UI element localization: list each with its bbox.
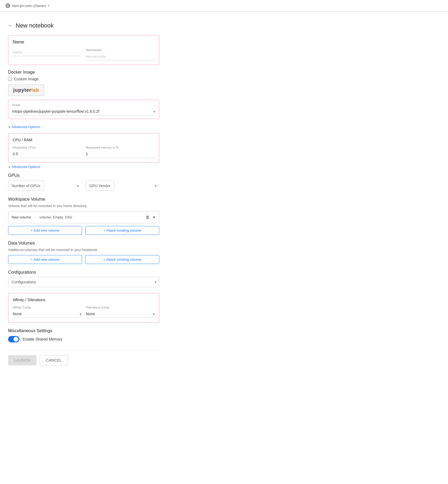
cpu-ram-title: CPU / RAM bbox=[13, 138, 155, 142]
configurations-select[interactable]: Configurations bbox=[8, 277, 159, 287]
user-role: (Owner) bbox=[33, 4, 46, 8]
volume-type: New volume bbox=[12, 215, 36, 219]
advanced-options-link-1[interactable]: ∨ Advanced Options bbox=[8, 125, 159, 129]
delete-volume-button[interactable]: 🗑 bbox=[145, 214, 150, 220]
workspace-volume-buttons-row: + Add new volume + Attach existing volum… bbox=[8, 226, 159, 235]
workspace-volume-heading: Workspace Volume bbox=[8, 197, 159, 202]
shared-memory-row: Enable Shared Memory bbox=[8, 336, 159, 342]
custom-image-row: Custom Image bbox=[8, 77, 159, 81]
memory-label: Requested memory in Gi bbox=[86, 146, 155, 149]
configurations-heading: Configurations bbox=[8, 270, 159, 275]
cpu-ram-section: CPU / RAM Requested CPUs Requested memor… bbox=[8, 133, 159, 163]
cpu-ram-fields-row: Requested CPUs Requested memory in Gi bbox=[13, 146, 155, 158]
data-volumes-heading: Data Volumes bbox=[8, 241, 159, 246]
shared-memory-label: Enable Shared Memory bbox=[23, 337, 62, 341]
namespace-input[interactable] bbox=[86, 53, 155, 60]
gpu-vendor-wrapper: GPU Vendor bbox=[86, 181, 159, 191]
image-select-box: Image mlops-pipelines/jupyter-pyspark-te… bbox=[8, 100, 159, 119]
gpus-heading: GPUs bbox=[8, 173, 159, 178]
name-field-group bbox=[13, 48, 82, 60]
tolerations-select-wrapper: None bbox=[86, 310, 155, 318]
affinity-fields-row: Affinity Config None Tolerations Group N… bbox=[13, 306, 155, 318]
memory-field-group: Requested memory in Gi bbox=[86, 146, 155, 158]
user-icon: K bbox=[5, 3, 10, 8]
launch-button[interactable]: LAUNCH bbox=[8, 355, 36, 365]
cancel-button[interactable]: CANCEL bbox=[40, 355, 68, 365]
docker-image-heading: Docker Image bbox=[8, 70, 159, 75]
name-fields-row: Namespace bbox=[13, 48, 155, 60]
data-volumes-section: Data Volumes Additional volumes that wil… bbox=[8, 241, 159, 264]
jupyter-text: jupyterlab bbox=[13, 87, 39, 93]
memory-input[interactable] bbox=[86, 150, 155, 158]
page-title: New notebook bbox=[16, 22, 54, 29]
image-select-wrapper: mlops-pipelines/jupyter-pyspark-tensorfl… bbox=[12, 108, 155, 115]
lab-word: lab bbox=[31, 87, 39, 93]
advanced-options-label-1: ∨ Advanced Options bbox=[8, 125, 40, 129]
volume-desc: -volume, Empty, 10Gi bbox=[39, 215, 142, 219]
custom-image-label[interactable]: Custom Image bbox=[14, 77, 39, 81]
workspace-volume-section: Workspace Volume Volume that will be mou… bbox=[8, 197, 159, 235]
shared-memory-toggle[interactable] bbox=[8, 336, 19, 342]
top-bar: K kbm-jin-sohn (Owner) ▾ bbox=[0, 0, 448, 12]
misc-heading: Miscellaneous Settings bbox=[8, 328, 159, 333]
tolerations-group: Tolerations Group None bbox=[86, 306, 155, 318]
workspace-volume-item: New volume -volume, Empty, 10Gi 🗑 ▾ bbox=[8, 211, 159, 223]
main-content: ← New notebook Name Namespace Docker Ima… bbox=[0, 17, 167, 382]
custom-image-checkbox[interactable] bbox=[8, 77, 12, 81]
advanced-options-link-2[interactable]: ∨ Advanced Options bbox=[8, 165, 159, 169]
image-label: Image bbox=[12, 103, 155, 107]
dropdown-arrow[interactable]: ▾ bbox=[48, 4, 49, 8]
cpu-input[interactable] bbox=[13, 150, 82, 158]
data-volumes-buttons-row: + Add new volume + Attach existing volum… bbox=[8, 255, 159, 264]
configurations-select-wrapper: Configurations bbox=[8, 277, 159, 287]
affinity-config-group: Affinity Config None bbox=[13, 306, 82, 318]
gpu-vendor-select[interactable]: GPU Vendor bbox=[86, 181, 114, 191]
back-button[interactable]: ← bbox=[8, 23, 13, 29]
tolerations-label: Tolerations Group bbox=[86, 306, 155, 309]
data-volumes-subtitle: Additional volumes that will be mounted … bbox=[8, 248, 159, 252]
jupyter-word: jupyter bbox=[13, 87, 31, 93]
namespace-label: Namespace bbox=[86, 48, 155, 52]
page-header: ← New notebook bbox=[8, 22, 159, 29]
namespace-field-group: Namespace bbox=[86, 48, 155, 60]
configurations-section: Configurations Configurations bbox=[8, 270, 159, 287]
affinity-config-select[interactable]: None bbox=[13, 310, 82, 318]
affinity-config-label: Affinity Config bbox=[13, 306, 82, 309]
name-input[interactable] bbox=[13, 48, 82, 56]
affinity-section: Affinity / Tolerations Affinity Config N… bbox=[8, 293, 159, 322]
num-gpus-wrapper: Number of GPUs bbox=[8, 181, 82, 191]
affinity-title: Affinity / Tolerations bbox=[13, 298, 155, 302]
toggle-slider bbox=[8, 336, 19, 342]
num-gpus-select[interactable]: Number of GPUs bbox=[8, 181, 44, 191]
attach-existing-data-volume-button[interactable]: + Attach existing volume bbox=[85, 255, 159, 264]
user-label: kbm-jin-sohn bbox=[12, 4, 32, 8]
add-new-workspace-volume-button[interactable]: + Add new volume bbox=[8, 226, 82, 235]
advanced-options-label-2: ∨ Advanced Options bbox=[8, 165, 40, 169]
add-new-data-volume-button[interactable]: + Add new volume bbox=[8, 255, 82, 264]
volume-actions: 🗑 ▾ bbox=[145, 214, 156, 220]
misc-section: Miscellaneous Settings Enable Shared Mem… bbox=[8, 328, 159, 342]
jupyterlab-button[interactable]: jupyterlab bbox=[8, 84, 44, 96]
cpu-field-group: Requested CPUs bbox=[13, 146, 82, 158]
cpu-label: Requested CPUs bbox=[13, 146, 82, 149]
gpus-section: GPUs Number of GPUs GPU Vendor bbox=[8, 173, 159, 191]
docker-image-section: Docker Image Custom Image jupyterlab Ima… bbox=[8, 70, 159, 119]
gpus-row: Number of GPUs GPU Vendor bbox=[8, 181, 159, 191]
tolerations-select[interactable]: None bbox=[86, 310, 155, 318]
name-section: Name Namespace bbox=[8, 35, 159, 65]
expand-volume-button[interactable]: ▾ bbox=[152, 214, 156, 220]
attach-existing-workspace-volume-button[interactable]: + Attach existing volume bbox=[85, 226, 159, 235]
affinity-config-select-wrapper: None bbox=[13, 310, 82, 318]
image-select[interactable]: mlops-pipelines/jupyter-pyspark-tensorfl… bbox=[12, 108, 155, 115]
name-section-title: Name bbox=[13, 40, 155, 44]
workspace-volume-subtitle: Volume that will be mounted in you home … bbox=[8, 204, 159, 208]
footer-buttons: LAUNCH CANCEL bbox=[8, 351, 159, 365]
